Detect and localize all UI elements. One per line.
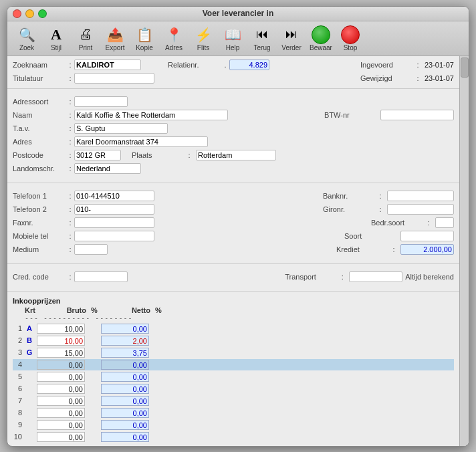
adressoort-label: Adressoort (13, 98, 66, 106)
tav-input[interactable] (74, 123, 168, 134)
titulatuur-input[interactable] (74, 73, 154, 84)
price-row[interactable]: 4 0,00 0,00 (13, 359, 454, 370)
tel2-input[interactable] (74, 204, 154, 215)
krediet-input[interactable] (400, 244, 454, 255)
naam-input[interactable] (74, 110, 228, 120)
price-row-bruto[interactable]: 10,00 (37, 324, 85, 334)
price-row-netto[interactable]: 0,00 (101, 396, 149, 406)
price-row-netto[interactable]: 3,75 (101, 348, 149, 358)
price-row[interactable]: 3 G 15,00 3,75 (13, 347, 454, 358)
price-row-netto[interactable]: 0,00 (101, 384, 149, 394)
price-row-bruto[interactable]: 0,00 (37, 360, 85, 370)
export-icon: 📤 (106, 25, 124, 44)
kopie-icon: 📋 (135, 25, 154, 44)
zoeknaam-input[interactable] (74, 60, 141, 70)
adressoort-row: Adressoort : (13, 96, 454, 108)
medium-label: Medium (13, 245, 66, 253)
tav-label: T.a.v. (13, 124, 66, 132)
mobtel-input[interactable] (74, 231, 154, 241)
btwnr-input[interactable] (380, 110, 454, 120)
price-row[interactable]: 2 B 10,00 2,00 (13, 335, 454, 346)
toolbar-adres-label: Adres (165, 44, 183, 51)
relatienr-label: Relatienr. (168, 61, 221, 69)
medium-input[interactable] (74, 244, 108, 255)
stijl-icon: A (47, 25, 66, 44)
price-row[interactable]: 6 0,00 0,00 (13, 383, 454, 394)
price-row-netto[interactable]: 0,00 (101, 372, 149, 382)
gironr-input[interactable] (387, 204, 454, 215)
toolbar-zoek[interactable]: 🔍 Zoek (13, 24, 41, 53)
transport-input[interactable] (349, 271, 402, 282)
relatienr-input[interactable] (229, 60, 269, 70)
price-row-bruto[interactable]: 0,00 (37, 372, 85, 382)
price-row-netto[interactable]: 0,00 (101, 324, 149, 334)
toolbar-stop-label: Stop (344, 44, 358, 51)
toolbar-print[interactable]: 🖨 Print (72, 24, 100, 53)
scrollbar-thumb[interactable] (461, 58, 469, 78)
bedrsoort-input[interactable] (435, 217, 454, 228)
price-row-netto[interactable]: 0,00 (101, 432, 149, 442)
adressoort-input[interactable] (74, 96, 128, 107)
price-row[interactable]: 9 0,00 0,00 (13, 419, 454, 431)
price-row-num: 4 (13, 360, 22, 368)
price-row-num: 6 (13, 384, 22, 392)
price-row[interactable]: 8 0,00 0,00 (13, 407, 454, 419)
price-row-bruto[interactable]: 10,00 (37, 336, 85, 346)
credcode-input[interactable] (74, 271, 128, 282)
window-controls[interactable] (13, 9, 47, 18)
adres-icon: 📍 (164, 25, 183, 44)
scrollbar[interactable] (459, 56, 469, 446)
soort-input[interactable] (400, 231, 454, 241)
price-row-bruto[interactable]: 0,00 (37, 408, 85, 418)
price-row-num: 7 (13, 397, 22, 405)
banknr-input[interactable] (387, 191, 454, 201)
ingevoerd-label: Ingevoerd (360, 61, 414, 69)
price-row-num: 5 (13, 372, 22, 380)
toolbar-stijl[interactable]: A Stijl (42, 24, 70, 53)
toolbar-verder-label: Verder (281, 44, 301, 51)
tel1-row: Telefoon 1 : Banknr. : (13, 190, 454, 203)
faxnr-input[interactable] (74, 217, 154, 228)
price-row[interactable]: 1 A 10,00 0,00 (13, 323, 454, 334)
price-row-bruto[interactable]: 0,00 (37, 384, 85, 394)
credcode-row: Cred. code : Transport : Altijd berekend (13, 271, 454, 284)
main-window: Voer leverancier in 🔍 Zoek A Stijl 🖨 Pri… (7, 6, 469, 447)
price-row-netto[interactable]: 0,00 (101, 408, 149, 418)
col-pct-header: % (88, 306, 101, 314)
price-row[interactable]: 5 0,00 0,00 (13, 371, 454, 382)
price-row[interactable]: 10 0,00 0,00 (13, 431, 454, 443)
price-row-bruto[interactable]: 0,00 (37, 420, 85, 430)
toolbar-stop[interactable]: Stop (336, 24, 364, 53)
toolbar-verder[interactable]: ⏭ Verder (277, 24, 306, 53)
toolbar-export[interactable]: 📤 Export (101, 24, 129, 53)
price-row[interactable]: 7 0,00 0,00 (13, 395, 454, 407)
plaats-input[interactable] (196, 150, 276, 160)
minimize-button[interactable] (25, 9, 34, 18)
toolbar-adres[interactable]: 📍 Adres (160, 24, 188, 53)
price-row-netto[interactable]: 0,00 (101, 360, 149, 370)
terug-icon: ⏮ (253, 25, 271, 44)
close-button[interactable] (13, 9, 21, 18)
adres-input[interactable] (74, 136, 208, 147)
price-row-netto[interactable]: 2,00 (101, 336, 149, 346)
plaats-label: Plaats (132, 151, 185, 159)
price-row-bruto[interactable]: 0,00 (37, 432, 85, 442)
altijd-berekend-label: Altijd berekend (405, 273, 454, 281)
tel1-input[interactable] (74, 191, 154, 201)
toolbar-kopie[interactable]: 📋 Kopie (130, 24, 158, 53)
toolbar-kopie-label: Kopie (136, 44, 153, 51)
maximize-button[interactable] (38, 9, 47, 18)
toolbar-flits[interactable]: ⚡ Flits (189, 24, 217, 53)
price-row-netto[interactable]: 0,00 (101, 420, 149, 430)
toolbar-help[interactable]: 📖 Help (219, 24, 247, 53)
credcode-section: Cred. code : Transport : Altijd berekend (7, 264, 459, 292)
naam-label: Naam (13, 111, 66, 119)
main-content: Zoeknaam : Relatienr. . Ingevoerd : 23-0… (7, 56, 469, 446)
postcode-input[interactable] (74, 150, 121, 160)
price-row-bruto[interactable]: 15,00 (37, 348, 85, 358)
landomschr-input[interactable] (74, 163, 141, 174)
landomschr-label: Landomschr. (13, 164, 66, 173)
toolbar-bewaar[interactable]: Bewaar (307, 24, 335, 53)
toolbar-terug[interactable]: ⏮ Terug (248, 24, 276, 53)
price-row-bruto[interactable]: 0,00 (37, 396, 85, 406)
